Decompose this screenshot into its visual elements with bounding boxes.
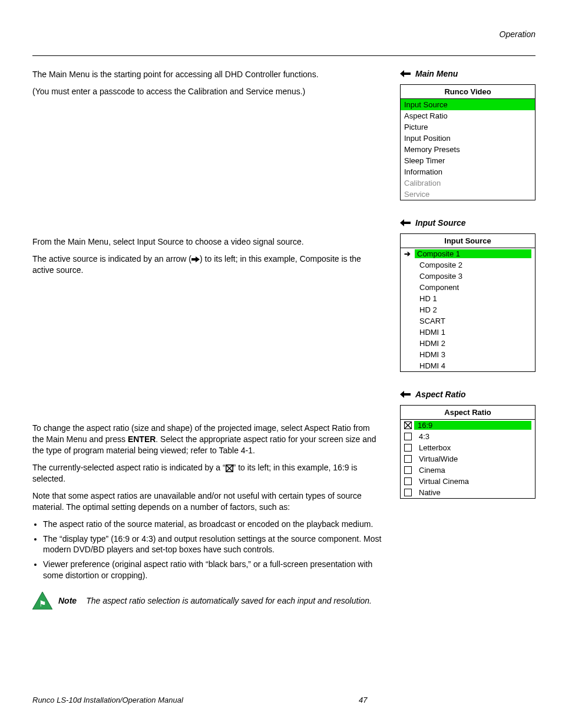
checkbox-empty-icon: [404, 466, 412, 474]
note-text: The aspect ratio selection is automatica…: [86, 596, 382, 605]
menu-item: Memory Presets: [401, 144, 535, 155]
paragraph: The Main Menu is the starting point for …: [32, 69, 382, 80]
arrow-left-icon: [400, 391, 411, 398]
menu-item: Letterbox: [401, 442, 535, 453]
sidebar-heading-input-source: Input Source: [400, 218, 535, 228]
item-label: SCART: [417, 317, 531, 325]
header-rule: [32, 55, 535, 56]
menu-item: HD 1: [401, 293, 535, 304]
menu-title: Runco Video: [401, 85, 535, 99]
menu-item: HDMI 1: [401, 327, 535, 338]
paragraph: To change the aspect ratio (size and sha…: [32, 423, 382, 456]
item-label: Virtual Cinema: [415, 477, 531, 486]
menu-item: HDMI 4: [401, 360, 535, 371]
menu-item: Native: [401, 487, 535, 498]
item-label: HDMI 3: [417, 350, 531, 359]
menu-item: Input Source: [401, 99, 535, 110]
item-label: Composite 2: [417, 261, 531, 269]
menu-item: Composite 2: [401, 259, 535, 271]
text: The active source is indicated by an arr…: [32, 254, 191, 263]
menu-item: Cinema: [401, 465, 535, 476]
menu-item: Service: [401, 189, 535, 200]
menu-item: Calibration: [401, 177, 535, 189]
menu-item: Information: [401, 166, 535, 177]
note-warning-icon: ⚑: [32, 592, 52, 610]
menu-item: 4:3: [401, 431, 535, 442]
list-item: The “display type” (16:9 or 4:3) and out…: [43, 533, 382, 556]
heading-text: Main Menu: [415, 69, 458, 78]
paragraph: (You must enter a passcode to access the…: [32, 86, 382, 97]
enter-key-label: ENTER: [128, 434, 156, 444]
item-label: Composite 1: [415, 249, 531, 258]
paragraph: The currently-selected aspect ratio is i…: [32, 462, 382, 485]
page-header: Operation: [32, 29, 535, 39]
menu-item: SCART: [401, 315, 535, 327]
menu-item: Virtual Cinema: [401, 476, 535, 487]
arrow-left-icon: [400, 70, 411, 77]
input-source-box: Input Source ➔Composite 1 Composite 2 Co…: [400, 233, 535, 372]
item-label: VirtualWide: [415, 454, 531, 463]
aspect-ratio-box: Aspect Ratio 16:9 4:3 Letterbox VirtualW…: [400, 405, 535, 499]
main-menu-box: Runco Video Input Source Aspect Ratio Pi…: [400, 84, 535, 200]
menu-title: Aspect Ratio: [401, 406, 535, 420]
paragraph: From the Main Menu, select Input Source …: [32, 236, 382, 248]
heading-text: Input Source: [415, 218, 466, 228]
body-column: The Main Menu is the starting point for …: [32, 69, 382, 610]
menu-item: ➔Composite 1: [401, 248, 535, 259]
menu-item: Composite 3: [401, 271, 535, 282]
checkbox-crossed-icon: [404, 421, 412, 429]
menu-title: Input Source: [401, 234, 535, 248]
sidebar-heading-aspect-ratio: Aspect Ratio: [400, 390, 535, 399]
bullet-list: The aspect ratio of the source material,…: [43, 519, 382, 581]
item-label: Letterbox: [415, 443, 531, 452]
checkbox-empty-icon: [404, 489, 412, 496]
page-footer: Runco LS-10d Installation/Operation Manu…: [32, 696, 535, 704]
item-label: HDMI 1: [417, 328, 531, 337]
heading-text: Aspect Ratio: [415, 390, 466, 399]
item-label: 16:9: [414, 421, 531, 430]
menu-item: Aspect Ratio: [401, 110, 535, 121]
menu-item: Input Position: [401, 133, 535, 144]
item-label: Cinema: [415, 466, 531, 475]
arrow-right-icon: [191, 256, 200, 263]
menu-item: 16:9: [401, 420, 535, 431]
menu-item: Sleep Timer: [401, 155, 535, 166]
list-item: Viewer preference (original aspect ratio…: [43, 559, 382, 581]
note-block: ⚑ Note The aspect ratio selection is aut…: [32, 592, 382, 610]
checkbox-empty-icon: [404, 477, 412, 485]
footer-page-number: 47: [359, 696, 535, 704]
menu-item: HDMI 2: [401, 338, 535, 349]
menu-item: HDMI 3: [401, 349, 535, 360]
item-label: HD 2: [417, 305, 531, 314]
checkbox-empty-icon: [404, 455, 412, 463]
checkbox-empty-icon: [404, 433, 412, 440]
checkbox-crossed-icon: [226, 465, 233, 472]
arrow-left-icon: [400, 219, 411, 226]
sidebar-heading-main-menu: Main Menu: [400, 69, 535, 78]
menu-item: Picture: [401, 121, 535, 133]
paragraph: The active source is indicated by an arr…: [32, 253, 382, 276]
sidebar-column: Main Menu Runco Video Input Source Aspec…: [400, 69, 535, 610]
menu-item: VirtualWide: [401, 453, 535, 465]
checkbox-empty-icon: [404, 444, 412, 452]
note-label: Note: [58, 596, 77, 605]
item-label: HDMI 2: [417, 339, 531, 348]
list-item: The aspect ratio of the source material,…: [43, 519, 382, 530]
footer-title: Runco LS-10d Installation/Operation Manu…: [32, 696, 359, 704]
menu-item: HD 2: [401, 304, 535, 315]
item-label: 4:3: [415, 432, 531, 441]
item-label: HD 1: [417, 294, 531, 303]
svg-text:⚑: ⚑: [39, 599, 47, 608]
menu-item: Component: [401, 282, 535, 293]
item-label: Native: [415, 488, 531, 497]
paragraph: Note that some aspect ratios are unavail…: [32, 490, 382, 513]
item-label: Component: [417, 283, 531, 292]
text: The currently-selected aspect ratio is i…: [32, 463, 226, 472]
item-label: Composite 3: [417, 272, 531, 281]
item-label: HDMI 4: [417, 361, 531, 370]
